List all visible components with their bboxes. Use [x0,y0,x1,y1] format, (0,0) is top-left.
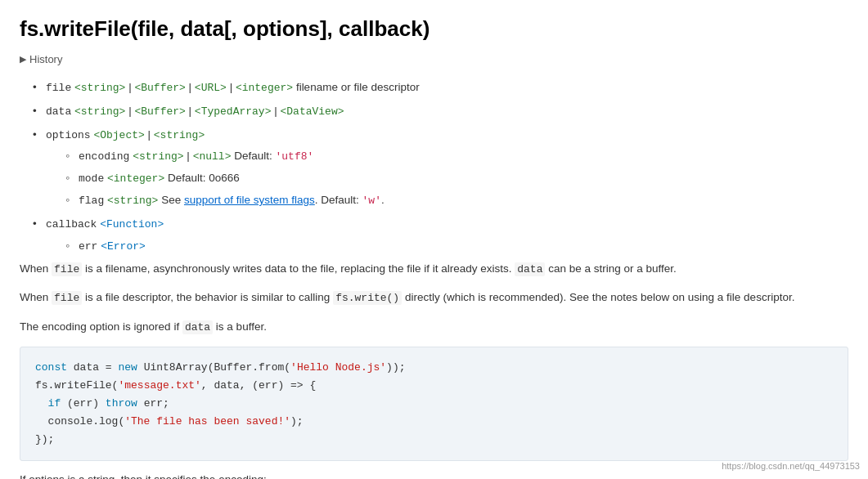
history-arrow: ▶ [20,54,26,65]
param-callback: callback <Function> err <Error> [33,215,848,256]
param-options: options <Object> | <string> encoding <st… [33,126,848,210]
desc1-code-file: file [52,262,82,276]
description-3: The encoding option is ignored if data i… [20,318,848,337]
desc3-code-data: data [182,320,213,334]
param-name-options: options [46,129,91,141]
description-after-code: If options is a string, then it specifie… [20,471,848,479]
desc2-code-fswrite: fs.write() [333,291,402,305]
description-2: When file is a file descriptor, the beha… [20,289,848,307]
sub-param-name-err: err [79,240,97,253]
sub-param-name-mode: mode [79,172,104,185]
param-type-file-3: <URL> [195,82,227,94]
sub-param-default-val-encoding: 'utf8' [275,150,313,163]
param-type-data-1: <string> [74,105,125,118]
desc1-code-data: data [515,262,545,276]
sub-param-flag-post: . Default: [315,194,362,206]
param-type-callback: <Function> [100,218,164,231]
param-type-file-1: <string> [74,82,125,94]
params-list: file <string> | <Buffer> | <URL> | <inte… [33,78,848,255]
param-type-file-2: <Buffer> [134,82,185,94]
param-name-callback: callback [46,218,97,231]
param-name-data: data [46,105,71,118]
param-type-data-2: <Buffer> [134,105,185,118]
param-name-file: file [46,82,71,94]
sub-param-flag-val: 'w' [362,195,381,207]
sub-param-type-encoding-2: <null> [193,150,232,163]
param-desc-file: filename or file descriptor [296,81,420,93]
history-label: History [29,53,62,65]
sub-param-encoding: encoding <string> | <null> Default: 'utf… [65,147,848,166]
sub-params-options: encoding <string> | <null> Default: 'utf… [65,147,848,209]
description-1: When file is a filename, asynchronously … [20,260,848,279]
page-title: fs.writeFile(file, data[, options], call… [20,16,848,42]
param-type-data-4: <DataView> [281,105,344,118]
param-type-data-3: <TypedArray> [195,105,272,118]
param-data: data <string> | <Buffer> | <TypedArray> … [33,102,848,121]
sub-param-flag-link[interactable]: support of file system flags [184,194,315,206]
sub-param-mode: mode <integer> Default: 0o666 [65,169,848,188]
sub-param-type-mode: <integer> [107,172,164,185]
sub-param-type-encoding-1: <string> [133,150,183,163]
param-type-file-4: <integer> [236,82,293,94]
code-block-1: const data = new Uint8Array(Buffer.from(… [20,347,848,461]
desc2-code-file: file [52,291,82,305]
history-toggle[interactable]: ▶ History [20,53,848,65]
sub-param-default-label-encoding: Default: [234,150,275,162]
sub-param-type-err: <Error> [101,240,146,253]
sub-params-callback: err <Error> [65,237,848,256]
sub-param-type-flag: <string> [107,195,158,207]
sub-param-flag: flag <string> See support of file system… [65,191,848,210]
sub-param-default-val-mode: 0o666 [209,172,240,184]
sub-param-flag-pre: See [161,194,184,206]
param-type-options-2: <string> [154,129,205,141]
watermark: https://blog.csdn.net/qq_44973153 [722,461,860,471]
sub-param-err: err <Error> [65,237,848,256]
sub-param-name-encoding: encoding [79,150,129,163]
sub-param-name-flag: flag [79,195,104,207]
sub-param-default-label-mode: Default: [168,172,209,184]
param-type-options-1: <Object> [93,129,144,141]
param-file: file <string> | <Buffer> | <URL> | <inte… [33,78,848,97]
